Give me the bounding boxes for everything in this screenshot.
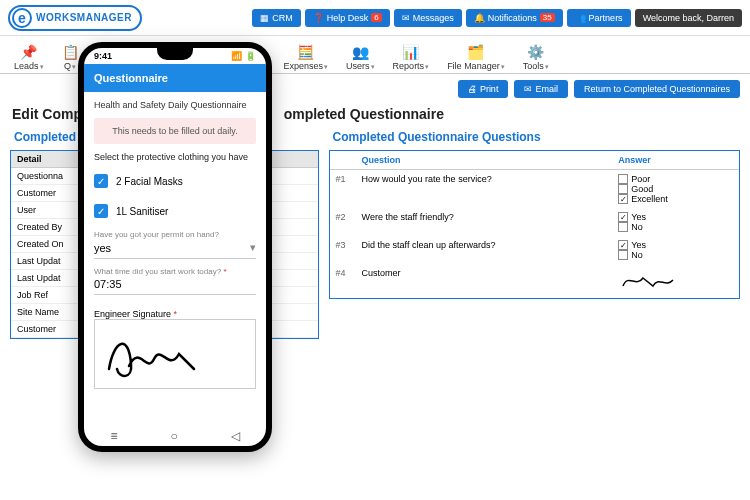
q-answers — [612, 264, 739, 298]
answer-text: No — [631, 222, 643, 232]
logo-icon: e — [12, 8, 32, 28]
menu-icon: 📌 — [20, 44, 37, 60]
back-icon[interactable]: ◁ — [231, 429, 240, 443]
question-row: #4Customer — [330, 264, 739, 298]
menu-icon: 🧮 — [297, 44, 314, 60]
help-desk-button[interactable]: ❓Help Desk6 — [305, 9, 390, 27]
checkbox-icon — [618, 174, 628, 184]
recent-icon[interactable]: ≡ — [110, 429, 117, 443]
phone-nav-bar: ≡ ○ ◁ — [84, 426, 266, 446]
messages-button[interactable]: ✉Messages — [394, 9, 462, 27]
menu-icon: 📊 — [402, 44, 419, 60]
phone-q3-label: What time did you start work today? * — [94, 267, 256, 276]
phone-screen: 9:41 📶 🔋 Questionnaire Health and Safety… — [84, 48, 266, 446]
help-badge: 6 — [371, 13, 381, 22]
q-text: Did the staff clean up afterwards? — [356, 236, 613, 264]
answer-text: Good — [631, 184, 653, 194]
logo-text: WORKSMANAGER — [36, 12, 132, 23]
q-number: #1 — [330, 170, 356, 209]
question-row: #3Did the staff clean up afterwards?✓Yes… — [330, 236, 739, 264]
phone-q2-value: yes — [94, 242, 111, 254]
phone-notch — [157, 48, 193, 60]
checkbox-icon: ✓ — [618, 240, 628, 250]
menu-item-expenses[interactable]: 🧮Expenses — [276, 42, 337, 73]
checkbox-icon — [618, 184, 628, 194]
q-answers: PoorGood✓Excellent — [612, 170, 739, 209]
top-bar: e WORKSMANAGER ▦CRM ❓Help Desk6 ✉Message… — [0, 0, 750, 36]
phone-opt1-label: 2 Facial Masks — [116, 176, 183, 187]
menu-icon: 👥 — [352, 44, 369, 60]
phone-q2-field[interactable]: yes ▾ — [94, 239, 256, 259]
print-button[interactable]: 🖨Print — [458, 80, 509, 98]
answer-text: Yes — [631, 240, 646, 250]
answer-text: No — [631, 250, 643, 260]
q-header-answer: Answer — [612, 151, 739, 170]
page-title-right: ompleted Questionnaire — [284, 106, 444, 122]
phone-sig-label: Engineer Signature * — [94, 309, 256, 319]
logo[interactable]: e WORKSMANAGER — [8, 5, 142, 31]
menu-item-tools[interactable]: ⚙️Tools — [515, 42, 557, 73]
menu-label: Tools — [523, 61, 549, 71]
phone-opt-2[interactable]: ✓ 1L Sanitiser — [94, 200, 256, 222]
welcome-button[interactable]: Welcome back, Darren — [635, 9, 742, 27]
return-button[interactable]: Return to Completed Questionnaires — [574, 80, 740, 98]
phone-opt-1[interactable]: ✓ 2 Facial Masks — [94, 170, 256, 192]
partners-button[interactable]: 👥Partners — [567, 9, 631, 27]
menu-label: Leads — [14, 61, 44, 71]
chevron-down-icon: ▾ — [250, 241, 256, 254]
q-number: #2 — [330, 208, 356, 236]
phone-q3-field[interactable]: 07:35 — [94, 276, 256, 295]
people-icon: 👥 — [575, 13, 586, 23]
home-icon[interactable]: ○ — [170, 429, 177, 443]
answer-option: No — [618, 250, 733, 260]
phone-app-bar: Questionnaire — [84, 64, 266, 92]
phone-note: This needs to be filled out daily. — [94, 118, 256, 144]
partners-label: Partners — [589, 13, 623, 23]
menu-item-leads[interactable]: 📌Leads — [6, 42, 52, 73]
answer-text: Excellent — [631, 194, 668, 204]
phone-opt2-label: 1L Sanitiser — [116, 206, 168, 217]
question-row: #1How would you rate the service?PoorGoo… — [330, 170, 739, 209]
questions-panel: Question Answer #1How would you rate the… — [329, 150, 740, 299]
notifications-button[interactable]: 🔔Notifications35 — [466, 9, 563, 27]
signal-icon: 📶 🔋 — [231, 51, 256, 61]
help-icon: ❓ — [313, 13, 324, 23]
checkbox-icon: ✓ — [618, 194, 628, 204]
menu-label: Q — [64, 61, 76, 71]
answer-text: Yes — [631, 212, 646, 222]
checkbox-icon — [618, 222, 628, 232]
menu-item-reports[interactable]: 📊Reports — [385, 42, 438, 73]
bell-icon: 🔔 — [474, 13, 485, 23]
mail-icon: ✉ — [524, 84, 532, 94]
checkbox-icon — [618, 250, 628, 260]
answer-option: Good — [618, 184, 733, 194]
q-header-question: Question — [356, 151, 613, 170]
print-icon: 🖨 — [468, 84, 477, 94]
help-label: Help Desk — [327, 13, 369, 23]
crm-button[interactable]: ▦CRM — [252, 9, 301, 27]
answer-option: No — [618, 222, 733, 232]
email-button[interactable]: ✉Email — [514, 80, 568, 98]
menu-item-file-manager[interactable]: 🗂️File Manager — [439, 42, 513, 73]
q-number: #3 — [330, 236, 356, 264]
notif-label: Notifications — [488, 13, 537, 23]
phone-q1: Select the protective clothing you have — [94, 152, 256, 162]
answer-option: ✓Excellent — [618, 194, 733, 204]
print-label: Print — [480, 84, 499, 94]
phone-body: Health and Safety Daily Questionnaire Th… — [84, 92, 266, 426]
return-label: Return to Completed Questionnaires — [584, 84, 730, 94]
menu-icon: ⚙️ — [527, 44, 544, 60]
menu-item-users[interactable]: 👥Users — [338, 42, 383, 73]
menu-icon: 📋 — [62, 44, 79, 60]
q-answers: ✓YesNo — [612, 236, 739, 264]
answer-option: ✓Yes — [618, 240, 733, 250]
q-answers: ✓YesNo — [612, 208, 739, 236]
answer-text: Poor — [631, 174, 650, 184]
q-number: #4 — [330, 264, 356, 298]
phone-q2-label: Have you got your permit on hand? — [94, 230, 256, 239]
answer-option: Poor — [618, 174, 733, 184]
phone-sig-box[interactable] — [94, 319, 256, 389]
signature-icon — [618, 268, 678, 292]
menu-label: Users — [346, 61, 375, 71]
welcome-label: Welcome back, Darren — [643, 13, 734, 23]
